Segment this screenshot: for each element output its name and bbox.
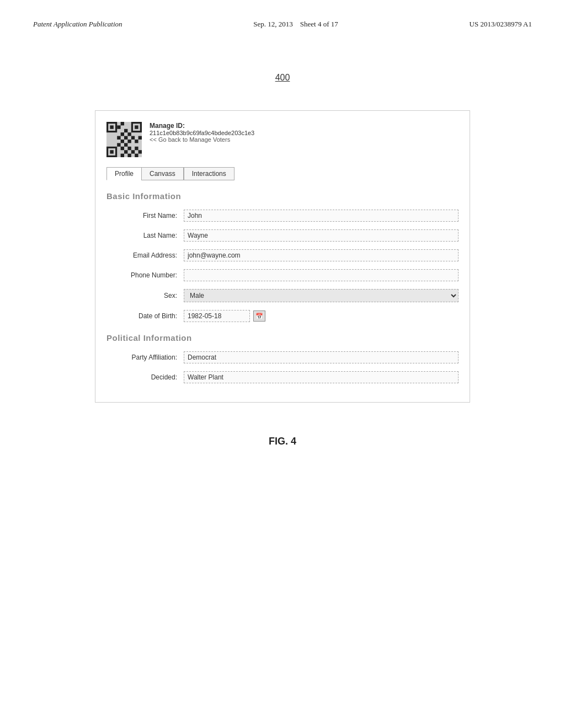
svg-rect-17 — [138, 136, 142, 140]
tab-interactions[interactable]: Interactions — [184, 167, 234, 180]
dob-input-row: 📅 — [184, 310, 265, 322]
header-sheet: Sheet 4 of 17 — [300, 20, 338, 28]
basic-information-title: Basic Information — [106, 191, 459, 201]
svg-rect-29 — [121, 154, 124, 157]
dob-input[interactable] — [184, 310, 250, 322]
tabs-row: Profile Canvass Interactions — [106, 167, 459, 180]
qr-code — [106, 122, 142, 157]
svg-rect-25 — [135, 147, 138, 150]
form-row-last-name: Last Name: — [106, 229, 459, 242]
header-center: Sep. 12, 2013 Sheet 4 of 17 — [253, 20, 338, 29]
figure-number-label: 400 — [275, 73, 290, 82]
header-patent-number: US 2013/0238979 A1 — [470, 20, 532, 28]
svg-rect-22 — [124, 143, 127, 146]
svg-rect-2 — [110, 125, 113, 129]
svg-rect-26 — [124, 150, 127, 153]
party-input[interactable] — [184, 351, 459, 363]
header-right: US 2013/0238979 A1 — [470, 20, 532, 29]
header-publication-label: Patent Application Publication — [33, 20, 122, 28]
svg-rect-24 — [127, 147, 131, 150]
manage-id-hash: 211c1e0b83b9c69fa9c4bdede203c1e3 — [150, 130, 254, 136]
manage-id-label: Manage ID: — [150, 122, 254, 130]
svg-rect-21 — [117, 143, 120, 146]
svg-rect-31 — [135, 154, 138, 157]
political-information-title: Political Information — [106, 333, 459, 342]
dob-label: Date of Birth: — [106, 312, 184, 320]
svg-rect-11 — [124, 129, 127, 132]
svg-rect-30 — [127, 154, 131, 157]
tab-profile[interactable]: Profile — [106, 167, 141, 180]
svg-rect-5 — [135, 125, 138, 129]
main-content-area: Manage ID: 211c1e0b83b9c69fa9c4bdede203c… — [95, 110, 470, 403]
svg-rect-16 — [131, 136, 135, 140]
form-row-dob: Date of Birth: 📅 — [106, 310, 459, 322]
svg-rect-8 — [110, 150, 113, 153]
svg-rect-9 — [121, 122, 124, 125]
patent-header: Patent Application Publication Sep. 12, … — [0, 0, 565, 29]
party-label: Party Affiliation: — [106, 354, 184, 361]
calendar-icon[interactable]: 📅 — [253, 311, 265, 322]
qr-svg — [106, 122, 142, 157]
first-name-input[interactable] — [184, 210, 459, 222]
svg-rect-27 — [131, 150, 135, 153]
last-name-input[interactable] — [184, 229, 459, 242]
form-row-email: Email Address: — [106, 249, 459, 261]
figure-number-top: 400 — [0, 73, 565, 83]
form-row-decided: Decided: — [106, 371, 459, 383]
phone-label: Phone Number: — [106, 271, 184, 279]
svg-rect-23 — [121, 147, 124, 150]
first-name-label: First Name: — [106, 212, 184, 220]
phone-input[interactable] — [184, 269, 459, 281]
svg-rect-18 — [121, 140, 124, 143]
manage-id-row: Manage ID: 211c1e0b83b9c69fa9c4bdede203c… — [106, 122, 459, 157]
svg-rect-12 — [121, 132, 124, 136]
manage-id-back-link[interactable]: << Go back to Manage Voters — [150, 136, 254, 143]
email-input[interactable] — [184, 249, 459, 261]
tab-canvass[interactable]: Canvass — [141, 167, 184, 180]
decided-input[interactable] — [184, 371, 459, 383]
manage-id-info: Manage ID: 211c1e0b83b9c69fa9c4bdede203c… — [150, 122, 254, 143]
email-label: Email Address: — [106, 251, 184, 259]
svg-rect-13 — [127, 132, 131, 136]
svg-rect-20 — [135, 140, 138, 143]
svg-rect-10 — [117, 125, 120, 129]
header-date: Sep. 12, 2013 — [253, 20, 293, 28]
form-row-first-name: First Name: — [106, 210, 459, 222]
svg-rect-28 — [138, 150, 142, 153]
last-name-label: Last Name: — [106, 232, 184, 239]
svg-rect-14 — [117, 136, 120, 140]
svg-rect-15 — [124, 136, 127, 140]
fig-caption: FIG. 4 — [0, 436, 565, 447]
sex-select[interactable]: Male Female Other — [184, 289, 459, 302]
form-row-phone: Phone Number: — [106, 269, 459, 281]
svg-rect-19 — [127, 140, 131, 143]
header-left: Patent Application Publication — [33, 20, 122, 29]
sex-label: Sex: — [106, 292, 184, 299]
form-row-party: Party Affiliation: — [106, 351, 459, 363]
form-row-sex: Sex: Male Female Other — [106, 289, 459, 302]
decided-label: Decided: — [106, 373, 184, 381]
